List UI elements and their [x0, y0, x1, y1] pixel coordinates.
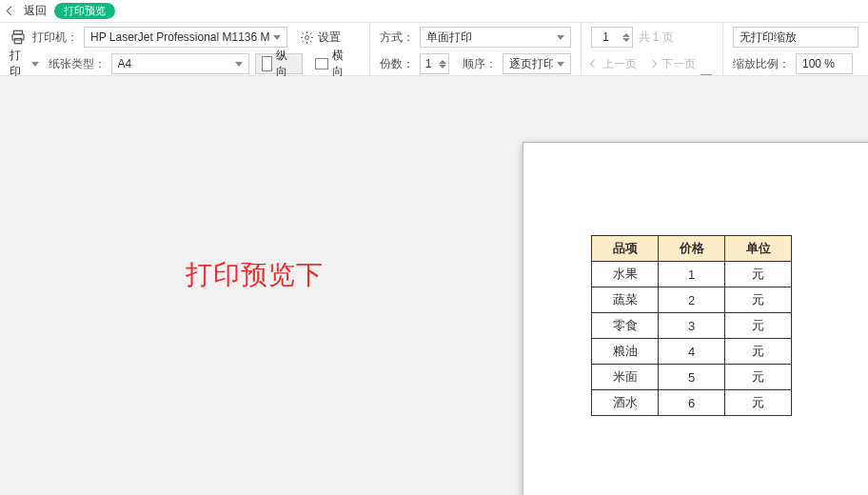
table-cell: 元: [725, 262, 792, 287]
col-header: 单位: [725, 236, 792, 262]
overlay-text: 打印预览下: [186, 257, 324, 293]
table-cell: 6: [659, 390, 725, 416]
zoom-label: 缩放比例：: [733, 56, 790, 72]
portrait-icon: [262, 56, 272, 71]
portrait-label: 纵向: [276, 48, 296, 80]
up-arrow-icon[interactable]: [622, 33, 630, 37]
print-preview-badge: 打印预览: [54, 3, 115, 19]
table-cell: 元: [725, 390, 792, 416]
zoom-mode-value: 无打印缩放: [740, 30, 797, 46]
page-preview: 品项 价格 单位 水果1元蔬菜2元零食3元粮油4元米面5元酒水6元: [523, 142, 868, 495]
toolbar: 打印机： HP LaserJet Professional M1136 M 设置…: [0, 23, 868, 76]
landscape-label: 横向: [332, 48, 352, 80]
table-row: 酒水6元: [592, 390, 792, 416]
table-cell: 酒水: [592, 390, 659, 416]
svg-rect-2: [14, 39, 22, 44]
chevron-left-icon: [589, 60, 597, 68]
caret-down-icon: [557, 35, 564, 40]
next-page-button[interactable]: 下一页: [661, 56, 696, 72]
caret-down-icon: [235, 62, 243, 67]
orientation-landscape[interactable]: 横向: [308, 53, 360, 74]
table-cell: 5: [659, 365, 725, 390]
mode-value: 单面打印: [426, 30, 472, 46]
chevron-right-icon: [648, 60, 656, 68]
printer-label: 打印机：: [32, 30, 78, 46]
table-cell: 元: [725, 339, 792, 365]
table-cell: 米面: [592, 365, 659, 390]
table-cell: 水果: [592, 262, 659, 287]
paper-label: 纸张类型：: [49, 56, 106, 72]
copies-spinner[interactable]: 1: [420, 53, 449, 74]
printer-value: HP LaserJet Professional M1136 M: [90, 30, 269, 44]
page-value: 1: [592, 30, 621, 44]
table-row: 米面5元: [592, 365, 792, 390]
table-cell: 2: [659, 287, 725, 313]
zoom-mode-select[interactable]: 无打印缩放: [733, 27, 858, 48]
printer-select[interactable]: HP LaserJet Professional M1136 M: [84, 27, 287, 48]
prev-page-button[interactable]: 上一页: [602, 56, 637, 72]
table-row: 蔬菜2元: [592, 287, 792, 313]
mode-label: 方式：: [380, 30, 414, 46]
page-spinner[interactable]: 1: [591, 27, 633, 48]
order-select[interactable]: 逐页打印: [503, 53, 571, 74]
settings-label: 设置: [318, 30, 341, 46]
paper-select[interactable]: A4: [111, 53, 249, 74]
copies-value: 1: [421, 57, 437, 70]
table-cell: 3: [659, 313, 725, 339]
table-cell: 元: [725, 365, 792, 390]
table-cell: 4: [659, 339, 725, 365]
order-value: 逐页打印: [509, 56, 553, 72]
group-resize-icon: [700, 74, 712, 75]
settings-button[interactable]: 设置: [293, 27, 347, 48]
table-row: 水果1元: [592, 262, 792, 287]
title-bar: 返回 打印预览: [0, 0, 868, 23]
table-cell: 元: [725, 313, 792, 339]
table-row: 粮油4元: [592, 339, 792, 365]
table-cell: 粮油: [592, 339, 659, 365]
print-button[interactable]: 打印: [10, 48, 39, 80]
paper-value: A4: [118, 57, 132, 70]
table-cell: 1: [659, 262, 725, 287]
up-arrow-icon[interactable]: [439, 60, 446, 64]
orientation-portrait[interactable]: 纵向: [255, 53, 303, 74]
landscape-icon: [315, 58, 328, 69]
table-cell: 零食: [592, 313, 659, 339]
back-chevron-icon[interactable]: [7, 7, 16, 16]
preview-workspace: 打印预览下 品项 价格 单位 水果1元蔬菜2元零食3元粮油4元米面5元酒水6元: [0, 76, 868, 495]
data-table: 品项 价格 单位 水果1元蔬菜2元零食3元粮油4元米面5元酒水6元: [591, 235, 792, 416]
print-label: 打印: [10, 48, 30, 80]
printer-icon: [10, 29, 27, 46]
down-arrow-icon[interactable]: [622, 38, 630, 42]
mode-select[interactable]: 单面打印: [420, 27, 571, 48]
svg-point-3: [306, 35, 309, 39]
caret-down-icon: [557, 62, 564, 67]
col-header: 品项: [592, 236, 659, 262]
copies-label: 份数：: [380, 56, 414, 72]
col-header: 价格: [659, 236, 725, 262]
table-header-row: 品项 价格 单位: [592, 236, 792, 262]
zoom-value: 100 %: [802, 57, 835, 70]
gear-icon: [300, 30, 314, 45]
page-total: 共 1 页: [639, 30, 674, 46]
down-arrow-icon[interactable]: [439, 65, 446, 69]
zoom-value-select[interactable]: 100 %: [796, 53, 853, 74]
table-cell: 蔬菜: [592, 287, 659, 313]
table-row: 零食3元: [592, 313, 792, 339]
back-label[interactable]: 返回: [24, 3, 47, 19]
caret-down-icon: [31, 62, 39, 67]
table-cell: 元: [725, 287, 792, 313]
caret-down-icon: [273, 35, 281, 40]
order-label: 顺序：: [463, 56, 497, 72]
